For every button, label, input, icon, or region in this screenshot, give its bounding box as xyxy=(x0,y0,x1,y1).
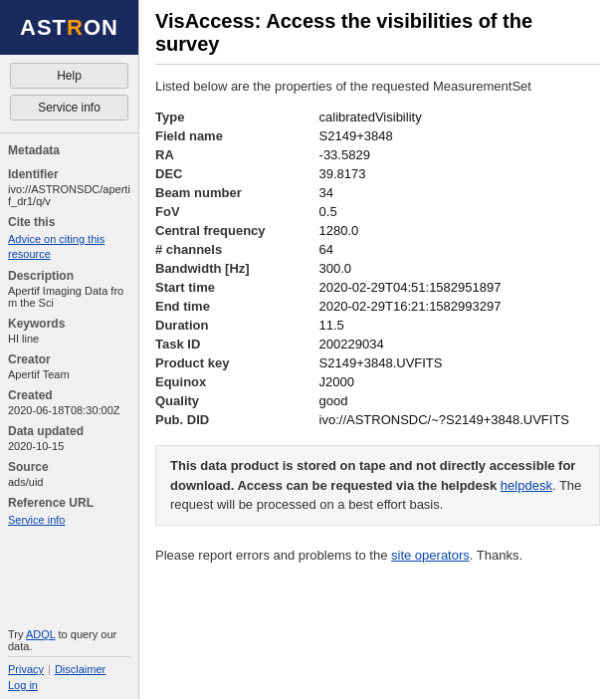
prop-key: Bandwidth [Hz] xyxy=(155,259,319,278)
main-content: VisAccess: Access the visibilities of th… xyxy=(139,0,616,699)
prop-value: 11.5 xyxy=(319,316,600,335)
report-text: Please report errors and problems to the… xyxy=(155,540,600,571)
sidebar: ASTRON Help Service info Metadata Identi… xyxy=(0,0,139,699)
logo-star: R xyxy=(67,15,84,40)
identifier-section: Identifier ivo://ASTRONSDC/apertif_dr1/q… xyxy=(0,161,138,209)
sidebar-divider-top xyxy=(0,132,138,133)
table-row: TypecalibratedVisibility xyxy=(155,108,600,126)
prop-key: Equinox xyxy=(155,372,319,391)
adql-link[interactable]: ADQL xyxy=(26,628,56,640)
adql-promo: Try ADQL to query our data. xyxy=(8,628,130,652)
reference-url-link[interactable]: Service info xyxy=(8,514,65,526)
prop-value: good xyxy=(319,391,600,410)
prop-value: 200229034 xyxy=(319,335,600,353)
cite-this-label: Cite this xyxy=(8,215,130,229)
adql-text-pre: Try xyxy=(8,628,26,640)
table-row: Pub. DIDivo://ASTRONSDC/~?S2149+3848.UVF… xyxy=(155,410,600,429)
report-pre: Please report errors and problems to the xyxy=(155,548,391,563)
keywords-section: Keywords HI line xyxy=(0,311,138,347)
keywords-label: Keywords xyxy=(8,317,130,331)
prop-value: 64 xyxy=(319,240,600,259)
prop-value: 300.0 xyxy=(319,259,600,278)
table-row: End time2020-02-29T16:21:1582993297 xyxy=(155,297,600,316)
prop-key: Type xyxy=(155,108,319,126)
cite-this-link[interactable]: Advice on citing this resource xyxy=(8,233,104,260)
help-button[interactable]: Help xyxy=(10,63,128,89)
identifier-label: Identifier xyxy=(8,167,130,181)
source-value: ads/uid xyxy=(8,476,130,488)
prop-value: -33.5829 xyxy=(319,145,600,164)
created-section: Created 2020-06-18T08:30:00Z xyxy=(0,382,138,418)
login-link[interactable]: Log in xyxy=(8,679,38,691)
prop-key: FoV xyxy=(155,202,319,221)
description-value: Apertif Imaging Data from the Sci xyxy=(8,285,130,309)
prop-key: Task ID xyxy=(155,335,319,353)
identifier-value: ivo://ASTRONSDC/apertif_dr1/q/v xyxy=(8,183,130,207)
sidebar-divider-bottom xyxy=(8,656,130,657)
prop-value: 0.5 xyxy=(319,202,600,221)
table-row: Field nameS2149+3848 xyxy=(155,126,600,145)
prop-key: Duration xyxy=(155,316,319,335)
table-row: Bandwidth [Hz]300.0 xyxy=(155,259,600,278)
service-info-button[interactable]: Service info xyxy=(10,95,128,120)
helpdesk-link[interactable]: helpdesk xyxy=(501,478,552,493)
prop-value: 1280.0 xyxy=(319,221,600,240)
cite-this-section: Cite this Advice on citing this resource xyxy=(0,209,138,263)
prop-key: Beam number xyxy=(155,183,319,202)
intro-text: Listed below are the properties of the r… xyxy=(155,79,600,94)
source-label: Source xyxy=(8,460,130,474)
page-title: VisAccess: Access the visibilities of th… xyxy=(155,10,600,65)
reference-url-section: Reference URL Service info xyxy=(0,490,138,529)
prop-value: ivo://ASTRONSDC/~?S2149+3848.UVFITS xyxy=(319,410,600,429)
footer-separator: | xyxy=(48,663,51,675)
source-section: Source ads/uid xyxy=(0,454,138,490)
description-label: Description xyxy=(8,269,130,283)
created-label: Created xyxy=(8,388,130,402)
reference-url-label: Reference URL xyxy=(8,496,130,510)
creator-section: Creator Apertif Team xyxy=(0,347,138,382)
sidebar-bottom: Try ADQL to query our data. Privacy | Di… xyxy=(0,620,138,699)
table-row: Duration11.5 xyxy=(155,316,600,335)
prop-key: Product key xyxy=(155,353,319,372)
metadata-section: Metadata xyxy=(0,137,138,161)
keywords-value: HI line xyxy=(8,333,130,345)
report-post: . Thanks. xyxy=(470,548,522,563)
description-section: Description Apertif Imaging Data from th… xyxy=(0,263,138,311)
table-row: Central frequency1280.0 xyxy=(155,221,600,240)
prop-key: Field name xyxy=(155,126,319,145)
prop-value: 2020-02-29T16:21:1582993297 xyxy=(319,297,600,316)
table-row: Qualitygood xyxy=(155,391,600,410)
site-operators-link[interactable]: site operators xyxy=(391,548,470,563)
prop-value: 2020-02-29T04:51:1582951897 xyxy=(319,278,600,297)
table-row: Task ID200229034 xyxy=(155,335,600,353)
privacy-link[interactable]: Privacy xyxy=(8,663,44,675)
prop-value: 39.8173 xyxy=(319,164,600,183)
table-row: # channels64 xyxy=(155,240,600,259)
prop-key: Quality xyxy=(155,391,319,410)
prop-key: RA xyxy=(155,145,319,164)
data-updated-label: Data updated xyxy=(8,424,130,438)
prop-value: S2149+3848 xyxy=(319,126,600,145)
metadata-label: Metadata xyxy=(8,143,130,157)
sidebar-footer-links: Privacy | Disclaimer xyxy=(8,663,130,675)
data-updated-value: 2020-10-15 xyxy=(8,440,130,452)
properties-table: TypecalibratedVisibilityField nameS2149+… xyxy=(155,108,600,429)
disclaimer-link[interactable]: Disclaimer xyxy=(55,663,105,675)
table-row: Product keyS2149+3848.UVFITS xyxy=(155,353,600,372)
table-row: DEC39.8173 xyxy=(155,164,600,183)
table-row: EquinoxJ2000 xyxy=(155,372,600,391)
sidebar-buttons: Help Service info xyxy=(0,55,138,128)
data-updated-section: Data updated 2020-10-15 xyxy=(0,418,138,454)
table-row: Start time2020-02-29T04:51:1582951897 xyxy=(155,278,600,297)
table-row: RA-33.5829 xyxy=(155,145,600,164)
created-value: 2020-06-18T08:30:00Z xyxy=(8,404,130,416)
prop-key: Pub. DID xyxy=(155,410,319,429)
prop-key: End time xyxy=(155,297,319,316)
notice-box: This data product is stored on tape and … xyxy=(155,445,600,526)
prop-key: Start time xyxy=(155,278,319,297)
creator-value: Apertif Team xyxy=(8,368,130,380)
prop-key: Central frequency xyxy=(155,221,319,240)
prop-key: # channels xyxy=(155,240,319,259)
prop-key: DEC xyxy=(155,164,319,183)
table-row: FoV0.5 xyxy=(155,202,600,221)
